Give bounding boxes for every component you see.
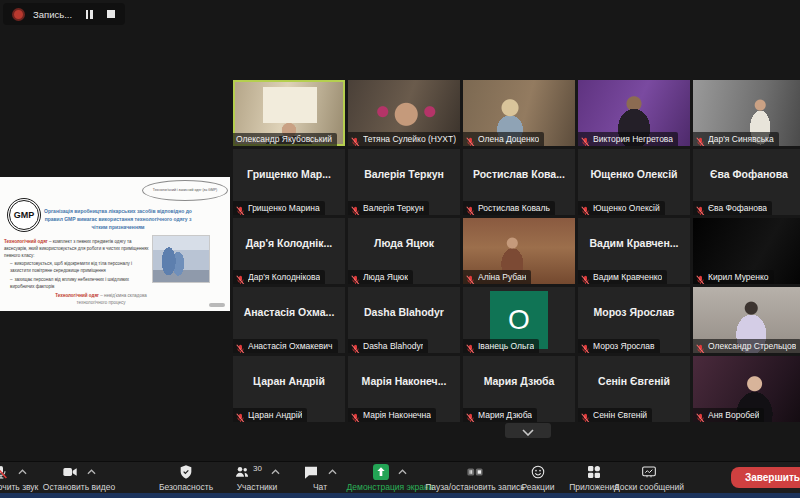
participant-name-label: Мария Дзюба <box>463 408 537 422</box>
chevron-up-icon[interactable] <box>328 469 337 475</box>
participant-name-label: Сенін Євгеній <box>578 408 652 422</box>
muted-mic-icon <box>696 202 705 213</box>
toolbar-reactions-button[interactable]: Реакции <box>516 464 560 492</box>
participant-name-text: Мороз Ярослав <box>593 341 655 351</box>
recording-label: Запись... <box>33 9 81 20</box>
muted-mic-icon <box>351 271 360 282</box>
people-icon <box>234 464 250 480</box>
participant-name-label: Ростислав Коваль <box>463 201 555 215</box>
toolbar-item-label: Включить звук <box>0 482 38 492</box>
participant-name-text: Валерія Теркун <box>363 203 424 213</box>
toolbar-item-label: Доски сообщений <box>614 482 684 492</box>
participant-tile[interactable]: Ростислав Кова...Ростислав Коваль <box>463 149 575 215</box>
participant-tile[interactable]: Кирил Муренко <box>693 218 800 284</box>
chevron-up-icon[interactable] <box>271 469 280 475</box>
participant-name-text: Олена Доценко <box>478 134 539 144</box>
muted-mic-icon <box>696 340 705 351</box>
toolbar-security-button[interactable]: Безопасность <box>154 464 218 492</box>
slide-footer-text: Технологічний одяг – невід'ємна складова… <box>42 293 160 307</box>
toolbar-whiteboards-button[interactable]: Доски сообщений <box>609 464 689 492</box>
slide-oval-note: Технологічний і захисний одяг (за GMP) <box>142 180 228 201</box>
muted-mic-icon <box>351 202 360 213</box>
participant-tile[interactable]: Ющенко ОлексійЮщенко Олексій <box>578 149 690 215</box>
participant-tile[interactable]: Валерія ТеркунВалерія Теркун <box>348 149 460 215</box>
participant-name-text: Тетяна Сулейко (НУХТ) <box>363 134 456 144</box>
participant-tile[interactable]: Дар'я Синявська <box>693 80 800 146</box>
participant-tile[interactable]: Дар'я Колоднік...Дар'я Колоднікова <box>233 218 345 284</box>
apps-icon <box>586 464 602 480</box>
muted-mic-icon <box>696 271 705 282</box>
participant-tile[interactable]: Анастасія Охма...Анастасія Охмакевич <box>233 287 345 353</box>
participant-name-label: Грищенко Марина <box>233 201 325 215</box>
participant-name-label: Олександр Стрельцов <box>693 339 800 353</box>
participant-name-label: Дар'я Колоднікова <box>233 270 325 284</box>
participant-name-label: Дар'я Синявська <box>693 132 779 146</box>
participant-tile[interactable]: Олена Доценко <box>463 80 575 146</box>
participant-center-name: Ющенко Олексій <box>582 168 686 180</box>
participant-name-label: Вадим Кравченко <box>578 270 667 284</box>
participant-center-name: Сенін Євгеній <box>582 375 686 387</box>
toolbar-stop-video-button[interactable]: Остановить видео <box>37 464 121 492</box>
muted-mic-icon <box>236 409 245 420</box>
chevron-up-icon[interactable] <box>18 469 27 475</box>
participant-tile[interactable]: Сенін ЄвгенійСенін Євгеній <box>578 356 690 422</box>
toolbar-item-label: Чат <box>313 482 327 492</box>
record-controls-icon <box>467 464 483 480</box>
muted-mic-icon <box>236 202 245 213</box>
participant-tile[interactable]: Грищенко Мар...Грищенко Марина <box>233 149 345 215</box>
camera-icon <box>62 464 78 480</box>
participant-center-name: Марія Наконеч... <box>352 375 456 387</box>
shared-screen-slide: GMP Технологічний і захисний одяг (за GM… <box>0 177 230 311</box>
muted-mic-icon <box>466 271 475 282</box>
slide-bullet: використовується, щоб відокремити від ті… <box>10 261 150 275</box>
muted-mic-icon <box>236 340 245 351</box>
chevron-up-icon[interactable] <box>398 469 407 475</box>
participant-tile[interactable]: Мария ДзюбаМария Дзюба <box>463 356 575 422</box>
participant-center-name: Грищенко Мар... <box>237 168 341 180</box>
muted-mic-icon <box>581 271 590 282</box>
participant-name-label: Ющенко Олексій <box>578 201 665 215</box>
muted-mic-icon <box>581 202 590 213</box>
muted-mic-icon <box>466 133 475 144</box>
participant-tile[interactable]: ОІванець Ольга <box>463 287 575 353</box>
end-meeting-button[interactable]: Завершить <box>731 467 800 488</box>
participant-tile[interactable]: Аня Воробей <box>693 356 800 422</box>
participant-name-text: Мария Дзюба <box>478 410 532 420</box>
participant-name-label: Аліна Рубан <box>463 270 531 284</box>
participant-tile[interactable]: Люда ЯцюкЛюда Яцюк <box>348 218 460 284</box>
participant-name-label: Виктория Негретова <box>578 132 678 146</box>
participant-tile[interactable]: Марія Наконеч...Марія Наконечна <box>348 356 460 422</box>
participant-tile[interactable]: Dasha BlahodyrDasha Blahodyr <box>348 287 460 353</box>
participant-tile[interactable]: Виктория Негретова <box>578 80 690 146</box>
stop-recording-button[interactable] <box>103 7 119 21</box>
participant-tile[interactable]: Вадим Кравчен...Вадим Кравченко <box>578 218 690 284</box>
participant-tile[interactable]: Олександр Якубовський <box>233 80 345 146</box>
participant-name-label: Царан Андрій <box>233 408 307 422</box>
toolbar-item-label: Остановить видео <box>43 482 115 492</box>
participant-tile[interactable]: Єва ФофановаЄва Фофанова <box>693 149 800 215</box>
pause-recording-button[interactable] <box>81 7 97 21</box>
participant-name-label: Валерія Теркун <box>348 201 429 215</box>
participant-tile[interactable]: Тетяна Сулейко (НУХТ) <box>348 80 460 146</box>
muted-mic-icon <box>581 409 590 420</box>
muted-mic-icon <box>466 340 475 351</box>
participant-tile[interactable]: Аліна Рубан <box>463 218 575 284</box>
grid-more-button[interactable] <box>505 423 551 438</box>
toolbar-chat-button[interactable]: Чат <box>296 464 344 492</box>
participant-name-text: Дар'я Синявська <box>708 134 774 144</box>
participant-tile[interactable]: Мороз ЯрославМороз Ярослав <box>578 287 690 353</box>
toolbar-pause-stop-record-button[interactable]: Пауза/остановить запись <box>418 464 532 492</box>
recording-indicator: Запись... <box>3 3 125 25</box>
chevron-up-icon[interactable] <box>87 469 96 475</box>
participant-tile[interactable]: Царан АндрійЦаран Андрій <box>233 356 345 422</box>
slide-title: Організація виробництва лікарських засоб… <box>42 208 194 231</box>
participant-name-text: Dasha Blahodyr <box>363 341 423 351</box>
participant-center-name: Дар'я Колоднік... <box>237 237 341 249</box>
participant-name-label: Іванець Ольга <box>463 339 539 353</box>
participant-name-text: Люда Яцюк <box>363 272 408 282</box>
zoom-meeting-window: Запись... GMP Технологічний і захисний о… <box>0 0 800 498</box>
smiley-icon <box>530 464 546 480</box>
participant-tile[interactable]: Олександр Стрельцов <box>693 287 800 353</box>
toolbar-participants-button[interactable]: 30Участники <box>224 464 290 492</box>
participant-name-label: Марія Наконечна <box>348 408 436 422</box>
